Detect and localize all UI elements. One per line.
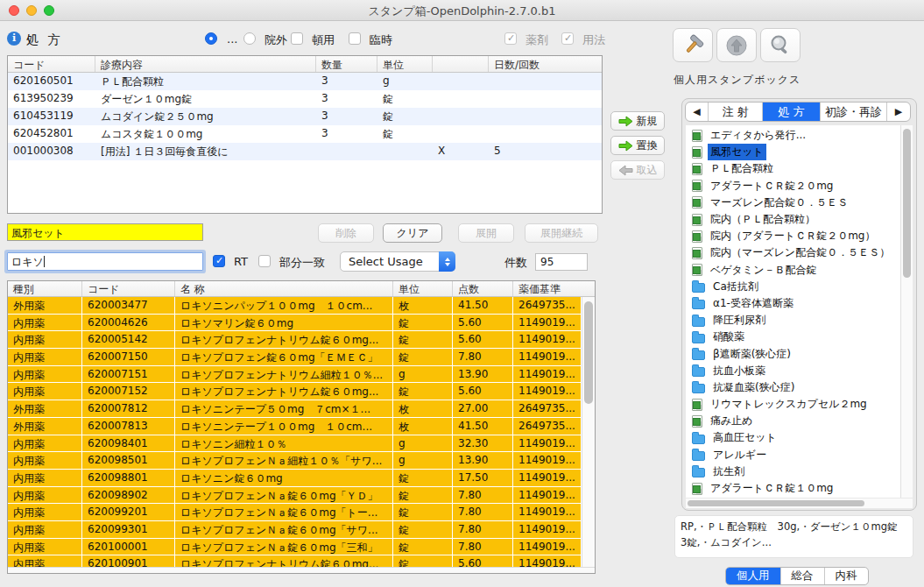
master-table-row[interactable]: 外用薬620003477ロキソニンパップ１００mg １０cm...枚41.502… [8,297,582,315]
tab-first-visit[interactable]: 初診・再診 [821,103,887,121]
master-table-row[interactable]: 内用薬620098801ロキソニン錠６０mg錠17.501149019... [8,470,582,487]
col-name[interactable]: 名 称 [175,281,393,296]
tree-item[interactable]: 院内（アダラートＣＲ錠２０mg） [686,228,900,244]
tree-item[interactable]: β遮断薬(狭心症) [686,345,900,362]
col-unit[interactable]: 単位 [377,56,433,72]
scrollbar-thumb[interactable] [584,301,593,404]
stamp-table-row[interactable]: 620452801ムコスタ錠１００mg3錠 [8,125,602,143]
col-unit[interactable]: 単位 [393,281,453,296]
scrollbar-thumb[interactable] [688,500,864,506]
col-code[interactable]: コード [82,281,175,296]
col-quantity[interactable]: 数量 [316,56,377,72]
delete-button: 削除 [318,223,374,243]
checkbox-temporary[interactable] [349,32,361,45]
cell: 内用薬 [8,539,82,555]
new-stamp-button[interactable]: 新規 [610,111,665,131]
tree-item[interactable]: 院内（マーズレン配合錠０．５ＥＳ） [686,244,900,261]
master-horizontal-scrollbar[interactable] [8,567,595,573]
tree-horizontal-scrollbar[interactable] [686,499,913,508]
stamp-icon [692,214,702,226]
master-table-row[interactable]: 内用薬620007150ロキソプロフェン錠６０mg「ＥＭＥＣ」錠7.801149… [8,349,582,366]
checkbox-as-needed[interactable] [291,32,303,45]
stamp-maker-button[interactable] [673,28,713,62]
tab-personal[interactable]: 個人用 [726,568,781,584]
tree-item-label: Ca括抗剤 [710,279,761,295]
col-days[interactable]: 日数/回数 [489,56,602,72]
tree-item[interactable]: アダラートＣＲ錠１０mg [686,480,900,497]
tree-item[interactable]: アレルギー [686,447,900,463]
clear-button[interactable]: クリア [383,223,442,243]
replace-stamp-button[interactable]: 置換 [610,136,665,155]
master-table-row[interactable]: 内用薬620099201ロキソプロフェンＮａ錠６０mg「トー...錠7.8011… [8,504,582,521]
stamp-table-row[interactable]: 620160501ＰＬ配合顆粒3g [8,73,602,90]
master-vertical-scrollbar[interactable] [582,297,595,567]
master-table-row[interactable]: 内用薬620098902ロキソプロフェンＮａ錠６０mg「ＹＤ」錠7.801149… [8,487,582,505]
tree-item[interactable]: 高血圧セット [686,429,900,446]
cell: 錠 [393,487,453,504]
tree-item[interactable]: マーズレン配合錠０．５ＥＳ [686,194,900,211]
tree-item[interactable]: ベゲタミン－Ｂ配合錠 [686,262,900,279]
master-table-row[interactable]: 内用薬620100901ロキソプロフェンナトリウム錠６０mg...錠5.6011… [8,555,582,567]
tab-internal-medicine[interactable]: 内科 [825,568,868,584]
usage-select[interactable]: Select Usage [340,251,455,272]
tree-item[interactable]: 硝酸薬 [686,329,900,345]
master-table-row[interactable]: 内用薬620098401ロキソニン細粒１０％g32.301149019... [8,435,582,453]
tree-item[interactable]: エディタから発行... [686,127,900,144]
tab-injection[interactable]: 注 射 [709,103,763,121]
stamp-name-field[interactable]: 風邪セット [7,223,203,241]
master-table-row[interactable]: 内用薬620004626ロキソマリン錠６０mg錠5.601149019... [8,315,582,332]
tree-item[interactable]: 抗凝血薬(狭心症) [686,379,900,396]
cell: ロキソプロフェンＮａ細粒１０％「サワ... [175,452,393,469]
tree-item[interactable]: 痛み止め [686,413,900,429]
radio-outside-hospital[interactable] [243,32,256,45]
tree-item[interactable]: α1-受容体遮断薬 [686,295,900,312]
tree-item[interactable]: ＰＬ配合顆粒 [686,160,900,177]
checkbox-partial-match[interactable] [258,255,271,267]
master-table-row[interactable]: 内用薬620007152ロキソプロフェンナトリウム錠６０mg...錠5.6011… [8,383,582,400]
tree-item[interactable]: Ca括抗剤 [686,279,900,295]
publish-stamp-button[interactable] [716,28,757,62]
tab-scroll-right[interactable]: ▶ [887,103,910,121]
master-table-row[interactable]: 内用薬620005142ロキソプロフェンナトリウム錠６０mg...錠5.6011… [8,331,582,349]
tab-general[interactable]: 総合 [781,568,825,584]
checkbox-rt[interactable] [213,255,225,267]
tree-item[interactable]: 抗血小板薬 [686,363,900,379]
col-price-std[interactable]: 薬価基準 [513,281,595,296]
tab-scroll-left[interactable]: ◀ [686,103,709,121]
tab-prescription[interactable]: 処 方 [763,103,821,121]
cell: g [393,435,453,452]
stamp-search-button[interactable] [760,28,801,62]
stampbox-bottom-tabs: 個人用 総合 内科 [725,567,869,585]
col-code[interactable]: コード [8,56,95,72]
stamp-table-row[interactable]: 610453119ムコダイン錠２５０mg3錠 [8,108,602,125]
master-table-row[interactable]: 内用薬620007151ロキソプロフェンナトリウム細粒１０％...g13.901… [8,366,582,384]
master-table-row[interactable]: 内用薬620100001ロキソプロフェンＮａ錠６０mg「三和」錠7.801149… [8,539,582,556]
col-type[interactable]: 種別 [8,281,82,296]
search-input[interactable]: ロキソ [7,252,203,271]
col-content[interactable]: 診療内容 [95,56,316,72]
folder-icon [692,451,705,461]
count-field[interactable]: 95 [535,253,588,271]
col-points[interactable]: 点数 [453,281,513,296]
cell: 5.60 [453,315,513,331]
master-table-row[interactable]: 内用薬620099301ロキソプロフェンＮａ錠６０mg「サワ...錠7.8011… [8,521,582,539]
stamp-table-row[interactable]: 613950239ダーゼン１０mg錠3錠 [8,90,602,108]
master-table-row[interactable]: 外用薬620007813ロキソニンテープ１００mg １０cm...枚41.502… [8,418,582,435]
cell: 32.30 [453,435,513,452]
master-table-row[interactable]: 外用薬620007812ロキソニンテープ５０mg ７cm×１...枚27.002… [8,400,582,418]
cell: 620160501 [8,73,95,90]
tree-item[interactable]: 風邪セット [686,144,900,160]
tree-item[interactable]: 抗生剤 [686,463,900,480]
radio-in-hospital[interactable] [205,32,217,45]
tree-vertical-scrollbar[interactable] [900,125,913,498]
tree-item[interactable]: アダラートＣＲ錠２０mg [686,178,900,194]
tree-item[interactable]: 降圧利尿剤 [686,312,900,329]
col-blank[interactable] [433,56,489,72]
tree-item[interactable]: リウマトレックスカプセル２mg [686,396,900,413]
cell: 620099301 [82,521,175,538]
stamp-table-row[interactable]: 001000308[用法] １日３回毎食直後にX5 [8,143,602,160]
scrollbar-thumb[interactable] [903,129,911,278]
master-table-row[interactable]: 内用薬620098501ロキソプロフェンＮａ細粒１０％「サワ...g13.901… [8,452,582,470]
stamp-icon [692,130,702,142]
tree-item[interactable]: 院内（ＰＬ配合顆粒） [686,211,900,228]
